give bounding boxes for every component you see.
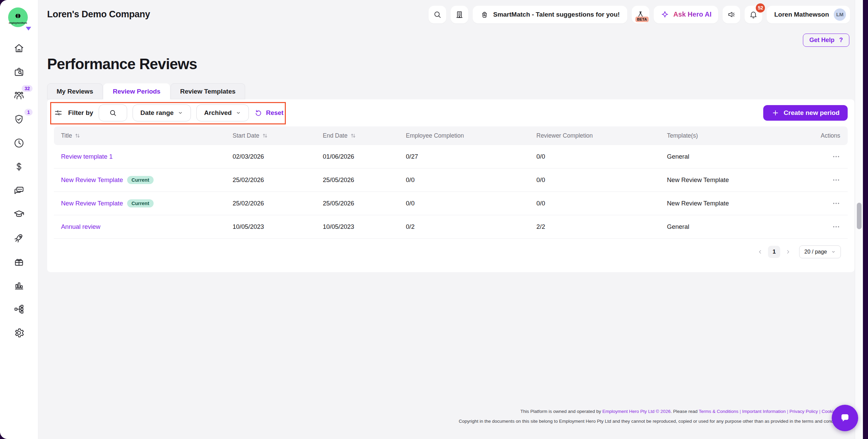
cell-start-date: 02/03/2026 bbox=[233, 153, 323, 160]
cell-reviewer-completion: 0/0 bbox=[536, 153, 667, 160]
review-period-link[interactable]: Annual review bbox=[61, 223, 100, 231]
briefcase-search-icon bbox=[13, 66, 25, 78]
scrollbar-thumb[interactable] bbox=[857, 203, 862, 229]
sidebar-item-org-chart[interactable] bbox=[11, 301, 27, 317]
footer-link-terms[interactable]: Terms & Conditions bbox=[699, 409, 738, 414]
column-label: Employee Completion bbox=[406, 132, 464, 139]
current-badge: Current bbox=[127, 176, 154, 184]
chat-widget-button[interactable] bbox=[832, 405, 858, 431]
sidebar-item-learning[interactable] bbox=[11, 206, 27, 222]
smartmatch-banner[interactable]: SmartMatch - Talent suggestions for you! bbox=[473, 6, 627, 23]
gift-icon bbox=[13, 256, 25, 267]
cell-start-date: 25/02/2026 bbox=[233, 200, 323, 207]
search-icon bbox=[109, 109, 117, 117]
column-label: End Date bbox=[323, 132, 348, 139]
column-label: Start Date bbox=[233, 132, 259, 139]
sidebar-item-home[interactable] bbox=[11, 40, 27, 56]
bell-icon bbox=[749, 10, 758, 19]
footer-link-important-information[interactable]: Important Information bbox=[742, 409, 786, 414]
topbar-actions: SmartMatch - Talent suggestions for you!… bbox=[429, 6, 850, 23]
get-help-button[interactable]: Get Help ? bbox=[803, 34, 849, 47]
tab-my-reviews[interactable]: My Reviews bbox=[47, 83, 103, 99]
page-number[interactable]: 1 bbox=[768, 246, 780, 258]
archived-filter[interactable]: Archived bbox=[196, 104, 249, 121]
sidebar-item-settings[interactable] bbox=[11, 325, 27, 341]
browser-canvas: employmenthero 32 1 bbox=[0, 0, 868, 439]
cell-actions bbox=[818, 222, 848, 232]
date-range-label: Date range bbox=[140, 109, 174, 117]
notifications-button[interactable]: 52 bbox=[745, 6, 762, 23]
org-switcher-caret-icon bbox=[26, 27, 31, 31]
cell-title: Annual review bbox=[61, 223, 233, 231]
row-actions-button[interactable] bbox=[830, 222, 842, 232]
company-directory-button[interactable] bbox=[451, 6, 468, 23]
sort-icon[interactable] bbox=[350, 132, 357, 140]
date-range-filter[interactable]: Date range bbox=[133, 104, 191, 121]
sort-icon[interactable] bbox=[74, 132, 81, 140]
page-size-select[interactable]: 20 / page bbox=[799, 245, 841, 258]
user-menu[interactable]: Loren Mathewson LM bbox=[767, 6, 850, 23]
footer-link-employment-hero[interactable]: Employment Hero Pty Ltd © 2026 bbox=[602, 409, 670, 414]
footer-text: . Please read bbox=[671, 409, 699, 414]
chevron-down-icon bbox=[236, 110, 241, 116]
people-icon bbox=[13, 90, 25, 101]
ask-hero-ai-label: Ask Hero AI bbox=[673, 11, 712, 18]
org-switcher[interactable]: employmenthero bbox=[8, 7, 30, 29]
get-help-row: Get Help ? bbox=[38, 34, 849, 47]
labs-button[interactable]: BETA bbox=[632, 6, 649, 23]
next-page-button[interactable] bbox=[783, 247, 793, 257]
previous-page-button[interactable] bbox=[755, 247, 765, 257]
create-new-period-button[interactable]: Create new period bbox=[763, 105, 848, 121]
reset-filters-button[interactable]: Reset bbox=[254, 109, 283, 117]
column-header-start-date: Start Date bbox=[233, 132, 323, 140]
sort-icon[interactable] bbox=[261, 132, 269, 140]
sparkle-icon bbox=[660, 10, 669, 19]
chevron-left-icon bbox=[757, 249, 763, 255]
row-actions-button[interactable] bbox=[830, 199, 842, 208]
footer-link-privacy-policy[interactable]: Privacy Policy bbox=[789, 409, 818, 414]
review-period-link[interactable]: New Review Template bbox=[61, 176, 123, 184]
settings-gear-icon bbox=[13, 327, 25, 339]
tab-review-templates[interactable]: Review Templates bbox=[171, 83, 245, 99]
sidebar: employmenthero 32 1 bbox=[0, 0, 38, 439]
sidebar-item-time[interactable] bbox=[11, 135, 27, 151]
sidebar-item-people[interactable]: 32 bbox=[11, 87, 27, 104]
create-new-period-label: Create new period bbox=[784, 109, 840, 117]
row-actions-button[interactable] bbox=[830, 175, 842, 185]
footer-separator: | bbox=[786, 409, 789, 414]
table-body: Review template 1 02/03/2026 01/06/2026 … bbox=[54, 145, 848, 239]
chat-icon bbox=[13, 185, 25, 196]
filter-by-label: Filter by bbox=[68, 109, 93, 117]
ask-hero-ai-button[interactable]: Ask Hero AI bbox=[654, 6, 718, 23]
question-mark-icon: ? bbox=[839, 37, 843, 44]
reset-label: Reset bbox=[266, 109, 283, 117]
review-period-link[interactable]: New Review Template bbox=[61, 200, 123, 207]
announcements-button[interactable] bbox=[723, 6, 740, 23]
scrollbar-track[interactable] bbox=[855, 0, 863, 439]
sidebar-item-goals[interactable] bbox=[11, 230, 27, 246]
sidebar-item-reports[interactable] bbox=[11, 277, 27, 294]
column-label: Template(s) bbox=[667, 132, 698, 139]
cell-employee-completion: 0/27 bbox=[406, 153, 536, 160]
sidebar-nav: 32 1 bbox=[11, 40, 27, 348]
cell-title: Review template 1 bbox=[61, 153, 233, 160]
sidebar-item-benefits[interactable] bbox=[11, 254, 27, 270]
cell-end-date: 25/05/2026 bbox=[323, 200, 406, 207]
cell-actions bbox=[818, 175, 848, 185]
review-period-link[interactable]: Review template 1 bbox=[61, 153, 113, 160]
sidebar-item-compliance[interactable]: 1 bbox=[11, 111, 27, 127]
column-header-templates: Template(s) bbox=[667, 132, 818, 139]
tab-review-periods[interactable]: Review Periods bbox=[103, 83, 170, 99]
cell-templates: New Review Template bbox=[667, 200, 818, 207]
table-row: New Review Template Current 25/02/2026 2… bbox=[54, 192, 848, 215]
get-help-label: Get Help bbox=[809, 37, 834, 44]
table-search-button[interactable] bbox=[99, 104, 127, 121]
app-window: employmenthero 32 1 bbox=[0, 0, 855, 439]
sidebar-item-payroll[interactable] bbox=[11, 159, 27, 175]
column-label: Reviewer Completion bbox=[536, 132, 593, 139]
sidebar-item-recruitment[interactable] bbox=[11, 64, 27, 80]
search-button[interactable] bbox=[429, 6, 446, 23]
review-periods-table: Title Start Date End Date Employee bbox=[54, 126, 848, 265]
sidebar-item-messages[interactable] bbox=[11, 182, 27, 199]
row-actions-button[interactable] bbox=[830, 152, 842, 161]
